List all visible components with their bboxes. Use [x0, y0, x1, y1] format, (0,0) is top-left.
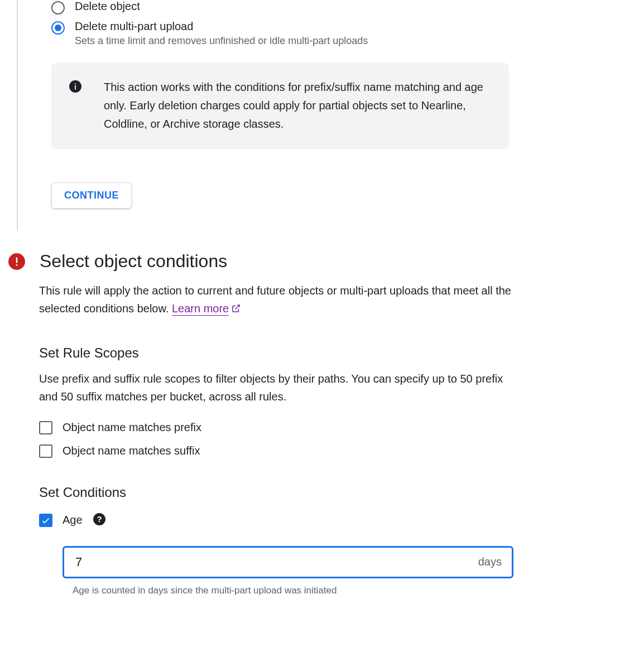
age-input-container: days	[63, 546, 513, 578]
checkbox-checked-icon	[39, 514, 52, 527]
learn-more-link[interactable]: Learn more	[172, 302, 229, 316]
radio-checked-icon	[51, 21, 65, 35]
age-input[interactable]	[74, 554, 478, 570]
radio-delete-object[interactable]: Delete object	[51, 0, 633, 15]
error-icon	[8, 253, 25, 270]
help-icon[interactable]: ?	[93, 513, 106, 528]
checkbox-unchecked-icon	[39, 445, 52, 458]
svg-text:?: ?	[97, 514, 102, 524]
svg-rect-1	[75, 85, 76, 89]
age-helper-text: Age is counted in days since the multi-p…	[73, 585, 513, 596]
external-link-icon	[231, 301, 241, 318]
checkbox-label: Object name matches suffix	[63, 445, 200, 457]
info-box: This action works with the conditions fo…	[51, 62, 509, 149]
radio-delete-multipart[interactable]: Delete multi-part upload Sets a time lim…	[51, 20, 633, 47]
radio-label: Delete multi-part upload	[75, 20, 368, 33]
radio-unchecked-icon	[51, 1, 65, 15]
info-icon	[69, 80, 81, 95]
radio-label: Delete object	[75, 0, 140, 13]
set-conditions-heading: Set Conditions	[39, 485, 513, 500]
info-text: This action works with the conditions fo…	[104, 78, 491, 133]
checkbox-prefix[interactable]: Object name matches prefix	[39, 421, 513, 434]
svg-rect-5	[16, 264, 18, 266]
checkbox-unchecked-icon	[39, 421, 52, 434]
section-description: This rule will apply the action to curre…	[39, 282, 513, 318]
checkbox-label: Age	[63, 514, 83, 526]
checkbox-label: Object name matches prefix	[63, 421, 201, 434]
checkbox-age[interactable]: Age ?	[39, 513, 513, 528]
rule-scopes-heading: Set Rule Scopes	[39, 345, 513, 361]
svg-rect-2	[75, 84, 76, 85]
section-title: Select object conditions	[40, 251, 227, 272]
checkbox-suffix[interactable]: Object name matches suffix	[39, 445, 513, 458]
age-input-suffix: days	[478, 555, 502, 568]
continue-button[interactable]: CONTINUE	[51, 182, 132, 209]
rule-scopes-description: Use prefix and suffix rule scopes to fil…	[39, 370, 513, 405]
svg-rect-4	[16, 257, 18, 263]
radio-sublabel: Sets a time limit and removes unfinished…	[75, 35, 368, 47]
